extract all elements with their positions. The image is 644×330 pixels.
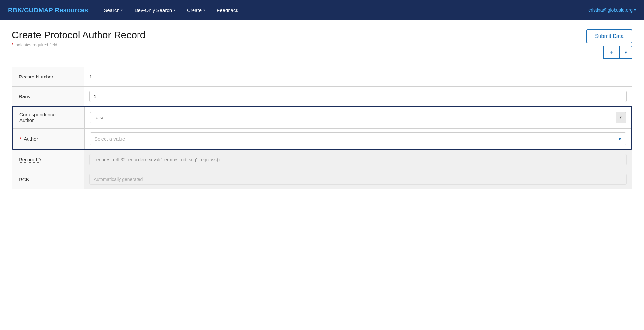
form-row-rank: Rank [12, 87, 632, 106]
required-note: * indicates required field [12, 43, 146, 47]
user-dropdown-arrow-icon: ▾ [634, 8, 636, 13]
correspondence-author-select[interactable]: false ▾ [90, 112, 626, 123]
field-label-record-number: Record Number [12, 67, 84, 86]
record-id-value: _ermrest.urlb32_encode(nextval('_ermrest… [89, 154, 627, 165]
author-select[interactable]: Select a value ▾ [90, 132, 626, 145]
author-required-star: * [19, 136, 21, 142]
rank-input[interactable] [89, 91, 627, 102]
header-actions: Submit Data + ▾ [586, 29, 632, 59]
navbar: RBK/GUDMAP Resources Search ▾ Dev-Only S… [0, 0, 644, 20]
navbar-brand[interactable]: RBK/GUDMAP Resources [8, 7, 88, 14]
field-label-record-id: Record ID [12, 150, 84, 169]
add-record-button[interactable]: + [603, 46, 620, 59]
required-asterisk: * [12, 43, 13, 47]
add-record-chevron-icon: ▾ [625, 50, 627, 55]
field-label-correspondence-author: CorrespondenceAuthor [13, 107, 85, 128]
submit-button[interactable]: Submit Data [586, 29, 632, 43]
page-title: Create Protocol Author Record [12, 29, 146, 41]
navbar-links: Search ▾ Dev-Only Search ▾ Create ▾ Feed… [99, 5, 588, 16]
form-section-highlighted: CorrespondenceAuthor false ▾ * Author [12, 106, 632, 150]
page-title-block: Create Protocol Author Record * indicate… [12, 29, 146, 47]
action-bar: + ▾ [603, 46, 632, 59]
field-label-author: * Author [13, 129, 85, 149]
form-row-record-id: Record ID _ermrest.urlb32_encode(nextval… [12, 150, 632, 169]
form-container: Record Number 1 Rank CorrespondenceAutho… [12, 67, 632, 189]
field-label-rank: Rank [12, 87, 84, 106]
field-value-rcb: Automatically generated [84, 169, 632, 189]
field-value-correspondence-author: false ▾ [85, 107, 631, 128]
nav-item-create[interactable]: Create ▾ [182, 5, 210, 16]
nav-item-feedback[interactable]: Feedback [212, 5, 244, 16]
create-dropdown-arrow-icon: ▾ [203, 9, 205, 12]
add-record-dropdown-button[interactable]: ▾ [620, 46, 632, 59]
author-placeholder: Select a value [90, 133, 614, 145]
form-row-correspondence-author: CorrespondenceAuthor false ▾ [13, 107, 631, 129]
correspondence-author-arrow-icon[interactable]: ▾ [616, 112, 626, 123]
field-value-record-number: 1 [84, 67, 632, 86]
nav-item-dev-search[interactable]: Dev-Only Search ▾ [129, 5, 180, 16]
field-value-author: Select a value ▾ [85, 129, 631, 149]
navbar-user[interactable]: cristina@globusid.org ▾ [588, 8, 636, 13]
field-value-record-id: _ermrest.urlb32_encode(nextval('_ermrest… [84, 150, 632, 169]
nav-item-search[interactable]: Search ▾ [99, 5, 128, 16]
search-dropdown-arrow-icon: ▾ [121, 9, 123, 12]
correspondence-author-value: false [90, 112, 616, 123]
field-label-rcb: RCB [12, 169, 84, 189]
author-dropdown-icon[interactable]: ▾ [614, 133, 626, 145]
dev-search-dropdown-arrow-icon: ▾ [174, 9, 175, 12]
page-content: Create Protocol Author Record * indicate… [0, 20, 644, 330]
page-header: Create Protocol Author Record * indicate… [12, 29, 632, 59]
form-row-record-number: Record Number 1 [12, 67, 632, 87]
form-row-author: * Author Select a value ▾ [13, 129, 631, 149]
rcb-value: Automatically generated [89, 174, 627, 185]
record-number-value: 1 [89, 74, 92, 79]
field-value-rank [84, 87, 632, 106]
form-row-rcb: RCB Automatically generated [12, 169, 632, 189]
